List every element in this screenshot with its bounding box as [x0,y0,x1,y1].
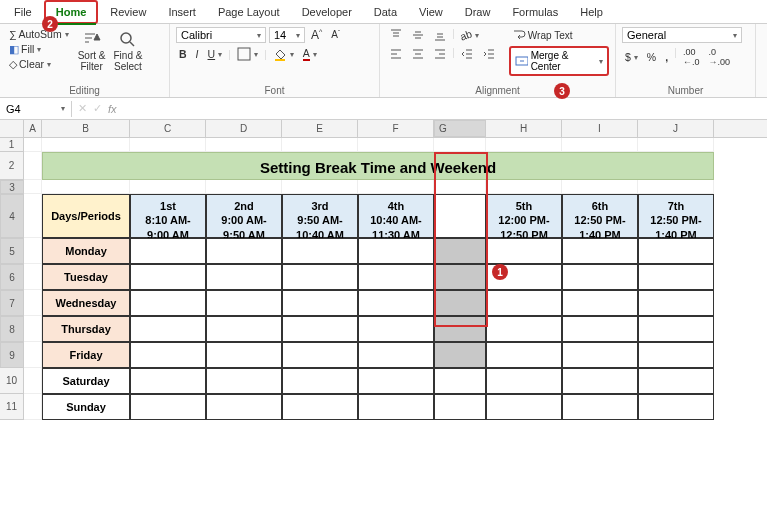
cell-A2[interactable] [24,152,42,180]
cell-A9[interactable] [24,342,42,368]
tab-formulas[interactable]: Formulas [502,2,568,22]
col-header-J[interactable]: J [638,120,714,137]
cell-B3[interactable] [42,180,130,194]
col-header-D[interactable]: D [206,120,282,137]
cell-E1[interactable] [282,138,358,152]
cell-G11[interactable] [434,394,486,420]
tab-data[interactable]: Data [364,2,407,22]
cell-A4[interactable] [24,194,42,238]
cell-I5[interactable] [562,238,638,264]
row-header-6[interactable]: 6 [0,264,24,290]
cell-H1[interactable] [486,138,562,152]
number-format-select[interactable]: General▾ [622,27,742,43]
cell-C5[interactable] [130,238,206,264]
cell-A3[interactable] [24,180,42,194]
cell-C9[interactable] [130,342,206,368]
cell-D9[interactable] [206,342,282,368]
cell-I11[interactable] [562,394,638,420]
cell-I8[interactable] [562,316,638,342]
autosum-button[interactable]: ∑AutoSum▾ [6,27,72,41]
col-header-A[interactable]: A [24,120,42,137]
cell-J10[interactable] [638,368,714,394]
cell-F7[interactable] [358,290,434,316]
cell-E11[interactable] [282,394,358,420]
cell-H3[interactable] [486,180,562,194]
tab-view[interactable]: View [409,2,453,22]
font-color-button[interactable]: A▾ [300,46,320,62]
cell-C7[interactable] [130,290,206,316]
orientation-button[interactable]: ab▾ [457,27,482,43]
increase-font-button[interactable]: A^ [308,27,325,43]
row-header-5[interactable]: 5 [0,238,24,264]
name-box[interactable]: G4▾ [0,101,72,117]
cell-C10[interactable] [130,368,206,394]
percent-button[interactable]: % [644,46,659,68]
formula-input[interactable] [123,107,767,111]
tab-review[interactable]: Review [100,2,156,22]
align-bottom-button[interactable] [430,27,450,43]
cell-I3[interactable] [562,180,638,194]
col-header-B[interactable]: B [42,120,130,137]
cell-F5[interactable] [358,238,434,264]
cell-D7[interactable] [206,290,282,316]
border-button[interactable]: ▾ [234,46,261,62]
cell-C3[interactable] [130,180,206,194]
row-header-2[interactable]: 2 [0,152,24,180]
cell-J3[interactable] [638,180,714,194]
cell-J1[interactable] [638,138,714,152]
cell-F11[interactable] [358,394,434,420]
cell-G5[interactable] [434,238,486,264]
cell-I10[interactable] [562,368,638,394]
row-header-3[interactable]: 3 [0,180,24,194]
col-header-E[interactable]: E [282,120,358,137]
fill-color-button[interactable]: ▾ [270,46,297,62]
select-all-corner[interactable] [0,120,24,137]
cell-A10[interactable] [24,368,42,394]
align-left-button[interactable] [386,46,406,62]
tab-file[interactable]: File [4,2,42,22]
cell-I6[interactable] [562,264,638,290]
cell-F10[interactable] [358,368,434,394]
cell-G7[interactable] [434,290,486,316]
row-header-11[interactable]: 11 [0,394,24,420]
cell-H10[interactable] [486,368,562,394]
italic-button[interactable]: I [193,47,202,61]
cell-D1[interactable] [206,138,282,152]
cell-H11[interactable] [486,394,562,420]
row-header-8[interactable]: 8 [0,316,24,342]
cell-I9[interactable] [562,342,638,368]
cell-F8[interactable] [358,316,434,342]
row-header-7[interactable]: 7 [0,290,24,316]
cell-H9[interactable] [486,342,562,368]
font-name-select[interactable]: Calibri▾ [176,27,266,43]
tab-help[interactable]: Help [570,2,613,22]
cell-F9[interactable] [358,342,434,368]
cell-A11[interactable] [24,394,42,420]
clear-button[interactable]: ◇Clear▾ [6,57,72,71]
cell-H7[interactable] [486,290,562,316]
cell-G9[interactable] [434,342,486,368]
tab-draw[interactable]: Draw [455,2,501,22]
col-header-G[interactable]: G [434,120,486,137]
cell-E6[interactable] [282,264,358,290]
sort-filter-button[interactable]: Sort & Filter [76,27,108,84]
row-header-9[interactable]: 9 [0,342,24,368]
cell-E10[interactable] [282,368,358,394]
col-header-C[interactable]: C [130,120,206,137]
cell-D3[interactable] [206,180,282,194]
cell-E3[interactable] [282,180,358,194]
bold-button[interactable]: B [176,47,190,61]
tab-insert[interactable]: Insert [158,2,206,22]
cell-E9[interactable] [282,342,358,368]
cell-J5[interactable] [638,238,714,264]
col-header-I[interactable]: I [562,120,638,137]
align-middle-button[interactable] [408,27,428,43]
cell-C6[interactable] [130,264,206,290]
cell-A5[interactable] [24,238,42,264]
cell-G3[interactable] [434,180,486,194]
decrease-decimal-button[interactable]: .0→.00 [705,46,733,68]
cell-J9[interactable] [638,342,714,368]
cell-B1[interactable] [42,138,130,152]
cell-A6[interactable] [24,264,42,290]
wrap-text-button[interactable]: Wrap Text [509,27,609,43]
